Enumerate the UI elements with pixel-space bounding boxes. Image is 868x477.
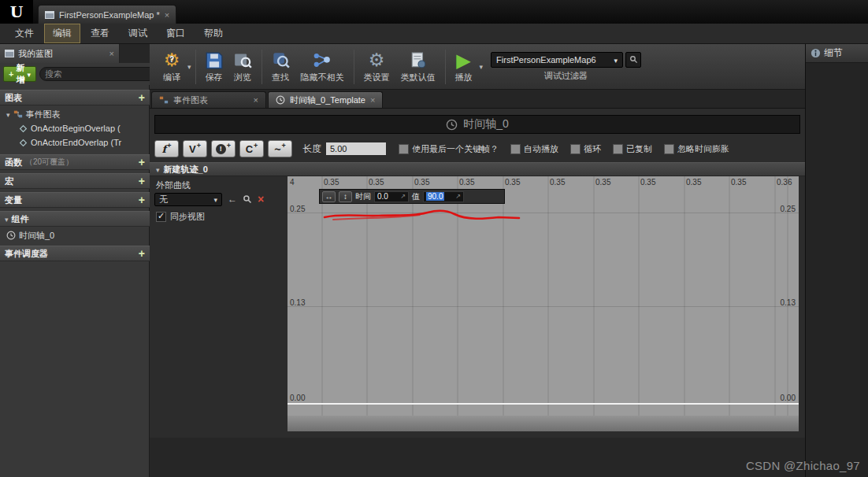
close-tab-icon[interactable]: [370, 95, 375, 105]
key-value-label: 值: [412, 191, 420, 202]
use-asset-arrow-icon[interactable]: ←: [228, 194, 237, 204]
tab-event-graph[interactable]: 事件图表: [151, 91, 266, 108]
expander-icon[interactable]: [156, 165, 160, 174]
browse-icon: [234, 51, 252, 69]
autoplay-label: 自动播放: [524, 143, 558, 155]
menu-debug[interactable]: 调试: [120, 24, 156, 43]
add-dispatcher-button[interactable]: [139, 248, 145, 259]
section-components-label: 组件: [12, 213, 29, 225]
menu-edit[interactable]: 编辑: [44, 24, 80, 43]
checkbox-icon[interactable]: [613, 144, 623, 154]
class-settings-button[interactable]: 类设置: [358, 49, 395, 85]
checkbox-icon[interactable]: [156, 212, 166, 222]
save-button[interactable]: 保存: [200, 49, 228, 85]
checkbox-icon[interactable]: [399, 144, 409, 154]
expand-icon[interactable]: [455, 193, 461, 200]
add-macro-button[interactable]: [139, 176, 145, 187]
menu-file[interactable]: 文件: [6, 24, 43, 43]
checkbox-icon[interactable]: [570, 144, 581, 154]
loop-option[interactable]: 循环: [570, 143, 601, 155]
ruler-label: 4: [290, 178, 295, 187]
tree-timeline-component[interactable]: 时间轴_0: [0, 228, 150, 242]
document-gear-icon: [410, 52, 427, 69]
tree-end-overlap-label: OnActorEndOverlap (Tr: [31, 138, 121, 147]
add-new-button[interactable]: 新增: [3, 66, 36, 82]
external-curve-select[interactable]: 无: [154, 193, 222, 206]
ignore-time-dilation-option[interactable]: 忽略时间膨胀: [664, 143, 729, 155]
timeline-toolbar: f + V + ! + C + ~ + 长度 5.00: [154, 139, 800, 159]
plus-icon: +: [254, 142, 258, 150]
debug-search-button[interactable]: [625, 52, 641, 68]
add-event-track-button[interactable]: ! +: [211, 140, 236, 157]
loop-label: 循环: [584, 143, 601, 155]
document-tab[interactable]: FirstPersonExampleMap *: [38, 5, 176, 24]
add-vector-track-button[interactable]: V +: [183, 140, 207, 157]
add-float-track-button[interactable]: f +: [154, 140, 179, 157]
menu-view[interactable]: 查看: [82, 24, 118, 43]
add-curve-track-button[interactable]: ~ +: [268, 140, 292, 157]
autoplay-option[interactable]: 自动播放: [510, 143, 558, 155]
add-function-button[interactable]: [139, 157, 145, 168]
y-axis-label: 0.00: [290, 394, 305, 402]
graph-icon: [13, 109, 23, 119]
track-header[interactable]: 新建轨迹_0: [150, 162, 805, 176]
close-panel-icon[interactable]: [109, 49, 114, 58]
length-field[interactable]: 5.00: [325, 142, 387, 156]
menu-window[interactable]: 窗口: [158, 24, 194, 43]
play-options-icon[interactable]: [480, 63, 484, 71]
key-value-field[interactable]: 90.0: [423, 191, 464, 202]
compile-button[interactable]: 编译: [158, 49, 186, 85]
class-defaults-button[interactable]: 类默认值: [395, 49, 441, 85]
add-graph-button[interactable]: [139, 92, 145, 103]
close-tab-icon[interactable]: [165, 10, 169, 20]
unreal-logo-icon: [0, 0, 33, 24]
checkbox-icon[interactable]: [664, 144, 674, 154]
sync-view-option[interactable]: 同步视图: [156, 211, 205, 223]
replicated-option[interactable]: 已复制: [613, 143, 652, 155]
fit-horizontal-button[interactable]: ↔: [322, 191, 336, 202]
add-color-track-button[interactable]: C +: [239, 140, 264, 157]
unreal-editor-window: FirstPersonExampleMap * 文件 编辑 查看 调试 窗口 帮…: [0, 0, 868, 477]
compile-options-icon[interactable]: [187, 63, 191, 71]
curve-graph-canvas[interactable]: 4 0.35 0.35 0.35 0.35 0.35 0.35 0.35 0.3…: [287, 176, 799, 431]
plus-icon: +: [167, 142, 171, 150]
tree-event-graph[interactable]: 事件图表: [0, 107, 150, 121]
search-input[interactable]: [45, 69, 157, 79]
separator: [445, 50, 446, 84]
tab-timeline-template[interactable]: 时间轴_0_Template: [268, 91, 383, 108]
debug-object-select[interactable]: FirstPersonExampleMap6: [491, 52, 623, 68]
add-variable-button[interactable]: [139, 194, 145, 205]
checkbox-icon[interactable]: [510, 144, 521, 154]
browse-button[interactable]: 浏览: [228, 49, 258, 85]
close-tab-icon[interactable]: [254, 95, 258, 105]
tree-end-overlap[interactable]: OnActorEndOverlap (Tr: [0, 135, 150, 150]
separator: [195, 50, 196, 84]
ruler-label: 0.35: [686, 178, 701, 187]
expander-icon[interactable]: [6, 109, 10, 119]
menu-help[interactable]: 帮助: [195, 24, 232, 43]
expand-icon[interactable]: [400, 193, 406, 200]
key-edit-toolbar: ↔ ↕ 时间 0.0 值 90.0: [319, 189, 505, 204]
section-functions-label: 函数: [5, 157, 22, 168]
key-time-field[interactable]: 0.0: [374, 191, 409, 202]
event-node-icon: [19, 139, 28, 147]
key-time-value: 0.0: [377, 192, 388, 201]
use-last-keyframe-option[interactable]: 使用最后一个关键帧？: [399, 143, 499, 155]
details-tab[interactable]: 细节: [806, 44, 868, 63]
sync-view-label: 同步视图: [170, 211, 205, 223]
my-blueprint-tab[interactable]: 我的蓝图: [0, 44, 120, 63]
expander-icon[interactable]: [5, 214, 9, 224]
clear-asset-icon[interactable]: [258, 193, 264, 205]
key-value-value: 90.0: [426, 192, 444, 201]
hide-unrelated-button[interactable]: 隐藏不相关: [295, 49, 350, 85]
use-last-keyframe-label: 使用最后一个关键帧？: [412, 143, 499, 155]
browse-asset-icon[interactable]: [243, 194, 252, 204]
tree-begin-overlap[interactable]: OnActorBeginOverlap (: [0, 121, 150, 135]
external-curve-label: 外部曲线: [156, 179, 191, 191]
fit-vertical-button[interactable]: ↕: [339, 191, 352, 202]
class-settings-label: 类设置: [364, 72, 390, 83]
info-icon: [811, 48, 821, 58]
main-toolbar: 编译 保存 浏览 查找 隐藏不相关 类设置 类默认值: [150, 44, 805, 90]
find-button[interactable]: 查找: [266, 49, 295, 85]
play-button[interactable]: 播放: [450, 49, 478, 85]
